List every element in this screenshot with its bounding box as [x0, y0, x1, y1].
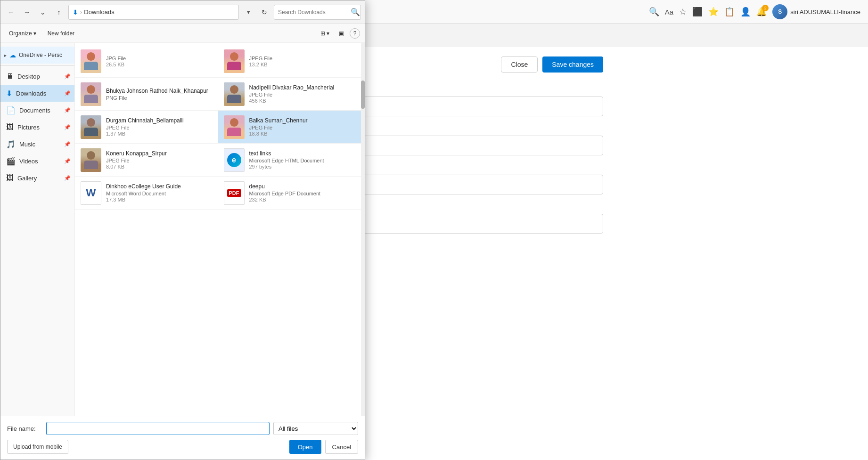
file-item-2[interactable]: JPEG File 13.2 KB: [218, 45, 361, 78]
filename-input[interactable]: [46, 422, 270, 435]
file-info-2: JPEG File 13.2 KB: [249, 55, 356, 67]
collections-icon[interactable]: 📋: [724, 7, 735, 17]
file-item-3[interactable]: Bhukya Johnson Rathod Naik_Khanapur PNG …: [75, 78, 218, 111]
pictures-label: Pictures: [17, 124, 40, 131]
refresh-button[interactable]: ↻: [258, 6, 271, 19]
music-icon: 🎵: [6, 140, 16, 149]
nav-item-music[interactable]: 🎵 Music 📌: [0, 136, 74, 153]
person-thumb-3: [81, 82, 101, 106]
file-size-10: 232 KB: [249, 197, 356, 202]
view-options-button[interactable]: ⊞ ▾: [317, 27, 333, 40]
help-button[interactable]: ?: [350, 28, 360, 39]
notification-count: 2: [762, 5, 769, 11]
open-button[interactable]: Open: [289, 440, 321, 454]
notification-badge[interactable]: 🔔 2: [756, 7, 767, 17]
documents-pin-icon: 📌: [64, 107, 71, 113]
save-changes-button[interactable]: Save changes: [542, 56, 603, 73]
file-type-2: JPEG File: [249, 56, 356, 61]
file-thumb-6: [224, 115, 245, 139]
desktop-pin-icon: 📌: [64, 73, 71, 80]
music-pin-icon: 📌: [64, 141, 71, 147]
filetype-select[interactable]: All files JPEG Files PNG Files All Image…: [273, 422, 358, 435]
organize-button[interactable]: Organize ▾: [5, 27, 40, 40]
nav-item-desktop[interactable]: 🖥 Desktop 📌: [0, 68, 74, 85]
upload-from-mobile-button[interactable]: Upload from mobile: [7, 440, 68, 454]
split-screen-icon[interactable]: ⬛: [692, 7, 703, 17]
file-info-5: Durgam Chinnaiah_Bellampalli JPEG File 1…: [106, 117, 213, 137]
back-button[interactable]: ←: [4, 6, 17, 19]
person-thumb-5: [81, 115, 101, 139]
new-folder-button[interactable]: New folder: [44, 27, 78, 40]
path-bar[interactable]: ⬇ › Downloads: [68, 5, 239, 20]
videos-icon: 🎬: [6, 157, 16, 166]
desktop-icon: 🖥: [6, 72, 14, 81]
nav-item-downloads[interactable]: ⬇ Downloads 📌: [0, 85, 74, 102]
file-name-5: Durgam Chinnaiah_Bellampalli: [106, 117, 213, 124]
file-info-9: Dinkhoo eCollege User Guide Microsoft Wo…: [106, 183, 213, 202]
file-type-9: Microsoft Word Document: [106, 191, 213, 196]
videos-pin-icon: 📌: [64, 158, 71, 164]
scrollbar-thumb[interactable]: [361, 81, 365, 109]
path-dropdown-button[interactable]: ▾: [242, 6, 255, 19]
reader-icon[interactable]: Aa: [665, 8, 673, 16]
pdf-icon-10: PDF: [227, 189, 241, 197]
user-name: siri ADUSUMALLI-finance: [790, 8, 860, 16]
file-thumb-4: [224, 82, 245, 106]
path-label: Downloads: [84, 8, 114, 16]
videos-label: Videos: [19, 158, 38, 165]
file-type-3: PNG File: [106, 95, 213, 101]
profile-icon[interactable]: 👤: [740, 7, 751, 17]
file-type-8: Microsoft Edge HTML Document: [249, 158, 356, 163]
dialog-nav: ▸ ☁ OneDrive - Persc 🖥 Desktop 📌 ⬇ Downl…: [0, 43, 75, 416]
cancel-button[interactable]: Cancel: [325, 440, 358, 454]
nav-item-gallery[interactable]: 🖼 Gallery 📌: [0, 169, 74, 186]
file-info-1: JPG File 26.5 KB: [106, 55, 213, 67]
dialog-footer: File name: All files JPEG Files PNG File…: [0, 416, 365, 460]
downloads-label: Downloads: [16, 90, 46, 97]
file-item-1[interactable]: JPG File 26.5 KB: [75, 45, 218, 78]
zoom-icon[interactable]: 🔍: [649, 7, 659, 17]
documents-label: Documents: [19, 107, 50, 114]
preview-pane-button[interactable]: ▣: [335, 27, 348, 40]
file-thumb-2: [224, 49, 245, 73]
file-size-2: 13.2 KB: [249, 62, 356, 67]
file-item-6[interactable]: Balka Suman_Chennur JPEG File 18.8 KB: [218, 111, 361, 144]
close-button[interactable]: Close: [501, 56, 538, 73]
nav-item-pictures[interactable]: 🖼 Pictures 📌: [0, 119, 74, 136]
path-separator: ›: [80, 8, 82, 16]
file-name-8: text links: [249, 150, 356, 157]
file-item-9[interactable]: W Dinkhoo eCollege User Guide Microsoft …: [75, 177, 218, 210]
favorites-icon[interactable]: ☆: [679, 7, 687, 17]
up-button[interactable]: ↑: [52, 6, 66, 19]
file-item-5[interactable]: Durgam Chinnaiah_Bellampalli JPEG File 1…: [75, 111, 218, 144]
file-item-7[interactable]: Koneru Konappa_Sirpur JPEG File 8.07 KB: [75, 144, 218, 177]
file-item-10[interactable]: PDF deepu Microsoft Edge PDF Document 23…: [218, 177, 361, 210]
person-thumb-4: [224, 82, 245, 106]
file-thumb-3: [81, 82, 101, 106]
new-folder-label: New folder: [48, 30, 74, 37]
nav-item-videos[interactable]: 🎬 Videos 📌: [0, 153, 74, 169]
file-info-4: Nadipelli Divakar Rao_Mancherial JPEG Fi…: [249, 84, 356, 104]
downloads-icon: ⬇: [6, 89, 12, 98]
nav-item-documents[interactable]: 📄 Documents 📌: [0, 102, 74, 119]
file-type-6: JPEG File: [249, 125, 356, 130]
documents-icon: 📄: [6, 106, 16, 115]
search-input[interactable]: [278, 9, 349, 16]
filename-row: File name: All files JPEG Files PNG File…: [7, 422, 358, 435]
favorites-star-icon[interactable]: ⭐: [708, 7, 719, 17]
user-profile-area[interactable]: S siri ADUSUMALLI-finance: [772, 4, 860, 19]
recent-locations-button[interactable]: ⌄: [36, 6, 49, 19]
preview-icon: ▣: [339, 30, 344, 37]
file-thumb-9: W: [81, 181, 101, 205]
file-thumb-1: [81, 49, 101, 73]
forward-button[interactable]: →: [20, 6, 33, 19]
search-icon: 🔍: [351, 8, 360, 16]
file-item-4[interactable]: Nadipelli Divakar Rao_Mancherial JPEG Fi…: [218, 78, 361, 111]
organize-label: Organize: [9, 30, 32, 37]
file-size-7: 8.07 KB: [106, 164, 213, 169]
nav-item-onedrive[interactable]: ▸ ☁ OneDrive - Persc: [0, 47, 74, 64]
file-size-5: 1.37 MB: [106, 131, 213, 137]
file-item-8[interactable]: e text links Microsoft Edge HTML Documen…: [218, 144, 361, 177]
scrollbar-area[interactable]: [361, 43, 365, 416]
file-thumb-7: [81, 148, 101, 172]
